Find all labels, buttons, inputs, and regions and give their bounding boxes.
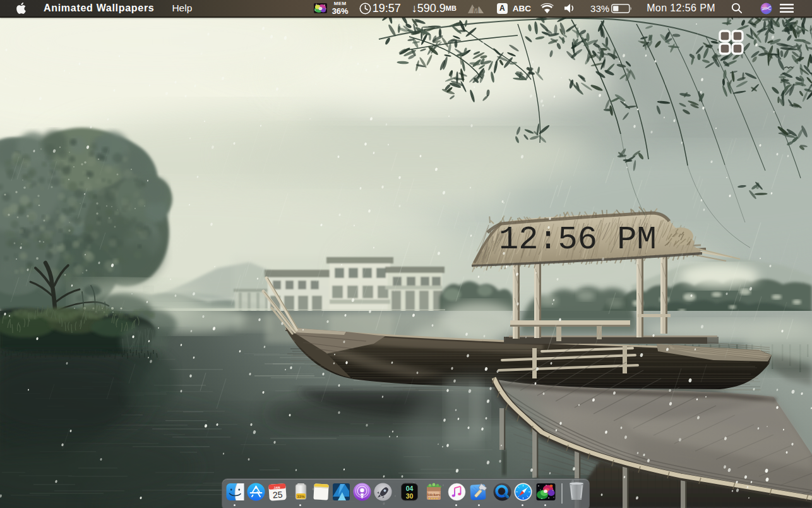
svg-text:04: 04 <box>405 485 413 492</box>
svg-text:25: 25 <box>272 489 283 500</box>
svg-text:33%: 33% <box>297 495 305 499</box>
svg-text:M: M <box>473 7 479 15</box>
svg-text:Stickers: Stickers <box>427 492 441 497</box>
svg-text:30: 30 <box>405 492 413 499</box>
